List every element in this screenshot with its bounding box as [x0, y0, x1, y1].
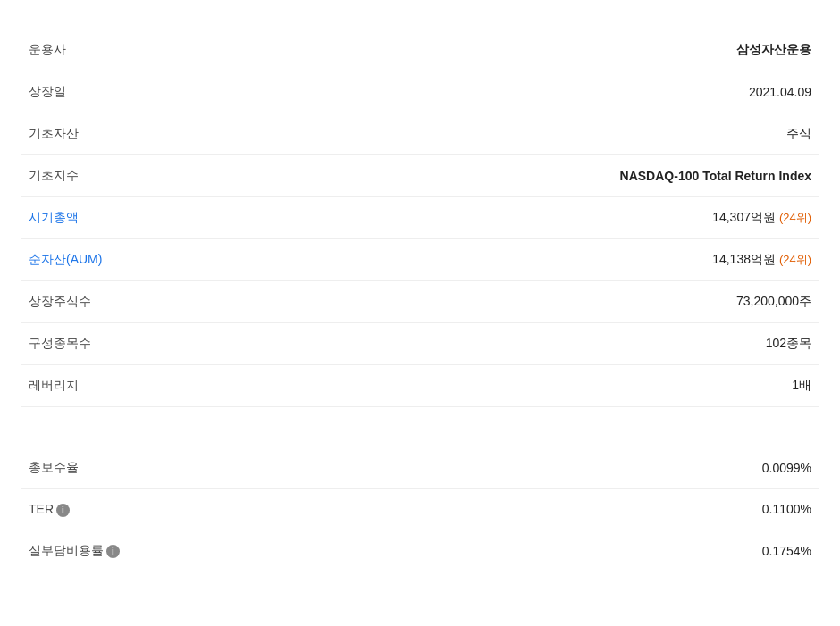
info-icon[interactable]: i [56, 504, 70, 517]
table-row: 운용사삼성자산운용 [21, 29, 819, 71]
row-label: TERi [21, 489, 200, 530]
row-value: 102종목 [200, 323, 819, 365]
table-row: 시기총액14,307억원 (24위) [21, 197, 819, 239]
row-value: 삼성자산운용 [200, 29, 819, 71]
row-label: 총보수율 [21, 447, 200, 489]
table-row: 실부담비용률i0.1754% [21, 530, 819, 572]
clickable-label[interactable]: 시기총액 [29, 210, 79, 224]
row-value: 0.0099% [200, 447, 819, 489]
row-label: 순자산(AUM) [21, 239, 200, 281]
table-row: 상장일2021.04.09 [21, 71, 819, 113]
fee-section: 총보수율0.0099%TERi0.1100%실부담비용률i0.1754% [21, 436, 819, 572]
table-row: 기초자산주식 [21, 113, 819, 155]
row-label: 운용사 [21, 29, 200, 71]
table-row: 기초지수NASDAQ-100 Total Return Index [21, 155, 819, 197]
rank-badge: (24위) [779, 253, 811, 266]
etf-overview-title [21, 18, 819, 21]
table-row: 구성종목수102종목 [21, 323, 819, 365]
row-value: 0.1754% [200, 530, 819, 572]
row-label: 레버리지 [21, 365, 200, 407]
table-row: 상장주식수73,200,000주 [21, 281, 819, 323]
row-label: 기초지수 [21, 155, 200, 197]
fee-table: 총보수율0.0099%TERi0.1100%실부담비용률i0.1754% [21, 447, 819, 572]
row-label: 시기총액 [21, 197, 200, 239]
row-label: 실부담비용률i [21, 530, 200, 572]
row-label: 구성종목수 [21, 323, 200, 365]
row-value: 주식 [200, 113, 819, 155]
rank-badge: (24위) [779, 211, 811, 224]
table-row: 총보수율0.0099% [21, 447, 819, 489]
row-label: 상장주식수 [21, 281, 200, 323]
row-value: 14,138억원 (24위) [200, 239, 819, 281]
row-label: 상장일 [21, 71, 200, 113]
fee-section-title [21, 436, 819, 439]
row-value: NASDAQ-100 Total Return Index [200, 155, 819, 197]
etf-overview-section: 운용사삼성자산운용상장일2021.04.09기초자산주식기초지수NASDAQ-1… [21, 18, 819, 407]
info-icon[interactable]: i [106, 545, 120, 558]
etf-overview-table: 운용사삼성자산운용상장일2021.04.09기초자산주식기초지수NASDAQ-1… [21, 29, 819, 407]
row-value: 0.1100% [200, 489, 819, 530]
row-value-main: 14,138억원 [712, 252, 779, 266]
row-label: 기초자산 [21, 113, 200, 155]
clickable-label[interactable]: 순자산(AUM) [29, 252, 102, 266]
row-value: 1배 [200, 365, 819, 407]
table-row: TERi0.1100% [21, 489, 819, 530]
row-value: 2021.04.09 [200, 71, 819, 113]
row-value: 14,307억원 (24위) [200, 197, 819, 239]
table-row: 순자산(AUM)14,138억원 (24위) [21, 239, 819, 281]
row-value: 73,200,000주 [200, 281, 819, 323]
table-row: 레버리지1배 [21, 365, 819, 407]
row-value-main: 14,307억원 [712, 210, 779, 224]
